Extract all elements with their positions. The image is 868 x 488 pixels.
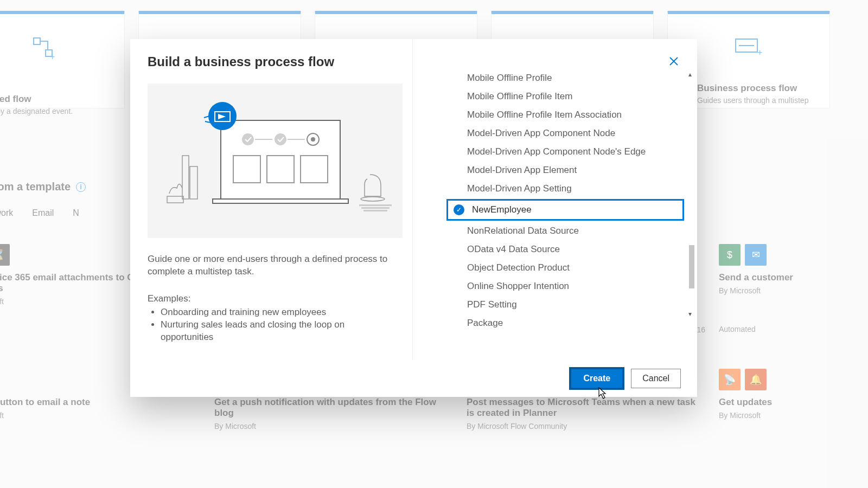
entity-list[interactable]: Mobile Offline ProfileMobile Offline Pro… [445,69,685,348]
svg-rect-20 [167,196,183,203]
examples-list: Onboarding and training new employees Nu… [148,306,395,344]
entity-item[interactable]: ✓NewEmployee [446,199,684,221]
entity-item[interactable]: Online Shopper Intention [445,277,685,296]
cursor-icon [597,387,608,402]
examples-header: Examples: [148,293,395,304]
modal-description: Guide one or more end-users through a de… [148,253,395,278]
svg-point-9 [275,133,286,145]
build-bpf-modal: Build a business process flow [130,39,697,397]
svg-point-21 [361,197,385,201]
entity-item[interactable]: Mobile Offline Profile Item [445,87,685,106]
scroll-up-arrow-icon[interactable]: ▴ [686,70,694,78]
svg-rect-24 [363,210,387,211]
cancel-button[interactable]: Cancel [631,369,681,388]
example-item-1: Onboarding and training new employees [161,306,395,319]
svg-rect-23 [361,207,390,209]
example-item-2: Nurturing sales leads and closing the lo… [161,319,395,344]
scrollbar-thumb[interactable] [689,245,694,288]
entity-item[interactable]: OData v4 Data Source [445,240,685,259]
svg-point-7 [242,133,254,145]
entity-item[interactable]: Mobile Offline Profile Item Association [445,106,685,124]
svg-rect-6 [213,199,348,203]
entity-item[interactable]: Model-Driven App Component Node's Edge [445,143,685,161]
entity-item[interactable]: Model-Driven App Setting [445,179,685,198]
svg-rect-5 [221,120,340,199]
entity-item[interactable]: PDF Setting [445,296,685,314]
entity-item[interactable]: NonRelational Data Source [445,222,685,240]
svg-rect-19 [190,166,197,199]
svg-rect-22 [359,204,392,206]
entity-item[interactable]: Object Detection Product [445,259,685,277]
svg-rect-18 [182,156,189,199]
svg-point-12 [311,137,315,142]
bpf-illustration [148,84,403,238]
check-icon: ✓ [454,204,464,215]
entity-item[interactable]: Package [445,314,685,332]
scroll-down-arrow-icon[interactable]: ▾ [686,310,694,318]
entity-item[interactable]: Model-Driven App Component Node [445,124,685,143]
entity-item[interactable]: Model-Driven App Element [445,161,685,179]
entity-item[interactable]: Mobile Offline Profile [445,69,685,87]
entity-label: NewEmployee [472,204,532,215]
modal-title: Build a business process flow [148,54,395,69]
